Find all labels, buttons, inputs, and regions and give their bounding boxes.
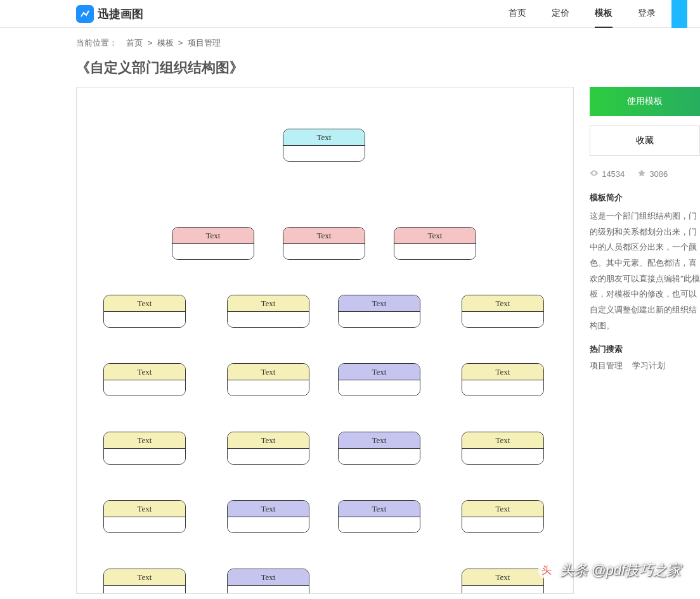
connector — [324, 160, 325, 202]
node-label: Text — [462, 295, 543, 312]
node-label: Text — [339, 364, 420, 380]
nav-templates[interactable]: 模板 — [595, 0, 612, 28]
org-node[interactable]: Text — [338, 500, 420, 533]
node-label: Text — [104, 364, 185, 380]
connector — [435, 202, 436, 227]
nav: 首页 定价 模板 登录 — [509, 0, 656, 28]
connector — [213, 202, 214, 227]
node-label: Text — [339, 501, 420, 517]
stars-stat: 3086 — [637, 169, 668, 179]
org-node[interactable]: Text — [103, 500, 186, 533]
node-label: Text — [462, 501, 543, 517]
node-label: Text — [462, 432, 543, 449]
node-label: Text — [339, 432, 420, 449]
org-node[interactable]: Text — [103, 569, 186, 594]
use-template-button[interactable]: 使用模板 — [590, 87, 700, 116]
hot-search: 热门搜索 项目管理 学习计划 — [590, 344, 700, 371]
org-node[interactable]: Text — [338, 295, 420, 328]
stats: 14534 3086 — [590, 165, 700, 183]
diagram-panel: Text Text Text Text Text Text Text Text … — [76, 87, 574, 594]
favorite-button[interactable]: 收藏 — [590, 126, 700, 156]
breadcrumb-category: 项目管理 — [188, 38, 221, 48]
org-node[interactable]: Text — [227, 363, 309, 396]
connector — [213, 262, 214, 591]
intro-description: 这是一个部门组织结构图，门的级别和关系都划分出来，门中的人员都区分出来，一个颜色… — [590, 209, 700, 334]
org-node[interactable]: Text — [462, 569, 544, 594]
node-label: Text — [228, 295, 309, 312]
org-node[interactable]: Text — [462, 295, 544, 328]
nav-login[interactable]: 登录 — [638, 0, 656, 28]
org-node[interactable]: Text — [103, 363, 186, 396]
org-node[interactable]: Text — [227, 295, 309, 328]
node-label: Text — [104, 569, 185, 586]
hot-title: 热门搜索 — [590, 344, 700, 355]
connector — [324, 262, 325, 591]
org-node[interactable]: Text — [103, 432, 186, 465]
org-node-l2-2[interactable]: Text — [394, 227, 476, 260]
org-node-l2-1[interactable]: Text — [283, 227, 365, 260]
logo[interactable]: 迅捷画图 — [76, 5, 143, 23]
logo-text: 迅捷画图 — [98, 6, 143, 22]
eye-icon — [590, 169, 599, 179]
nav-home[interactable]: 首页 — [509, 0, 526, 28]
org-node-l2-0[interactable]: Text — [172, 227, 254, 260]
node-label: Text — [172, 228, 254, 244]
node-label: Text — [339, 295, 420, 312]
node-label: Text — [104, 295, 185, 312]
page-title: 《自定义部门组织结构图》 — [0, 58, 700, 87]
hot-tags: 项目管理 学习计划 — [590, 360, 700, 371]
views-count: 14534 — [602, 169, 625, 179]
intro-title: 模板简介 — [590, 192, 700, 203]
breadcrumb: 当前位置： 首页 > 模板 > 项目管理 — [0, 28, 700, 58]
org-node[interactable]: Text — [227, 432, 309, 465]
node-label: Text — [462, 569, 543, 586]
hot-tag[interactable]: 项目管理 — [590, 360, 623, 371]
node-label: Text — [462, 364, 543, 380]
org-node[interactable]: Text — [462, 432, 544, 465]
breadcrumb-label: 当前位置： — [76, 38, 117, 48]
hot-tag[interactable]: 学习计划 — [632, 360, 665, 371]
breadcrumb-templates[interactable]: 模板 — [157, 38, 174, 48]
watermark: 头 头条 @pdf技巧之家 — [538, 561, 681, 580]
org-node[interactable]: Text — [338, 363, 420, 396]
node-label: Text — [283, 129, 365, 146]
connector — [324, 202, 325, 227]
watermark-text: 头条 @pdf技巧之家 — [560, 561, 681, 580]
breadcrumb-home[interactable]: 首页 — [126, 38, 143, 48]
content-area: Text Text Text Text Text Text Text Text … — [0, 87, 700, 594]
org-node-root[interactable]: Text — [283, 129, 365, 162]
node-label: Text — [228, 432, 309, 449]
sidebar: 使用模板 收藏 14534 3086 模板简介 这是一个部门组织结构图，门的级别… — [590, 87, 700, 594]
node-label: Text — [104, 432, 185, 449]
node-label: Text — [283, 228, 365, 244]
nav-pricing[interactable]: 定价 — [552, 0, 569, 28]
node-label: Text — [228, 364, 309, 380]
org-node[interactable]: Text — [462, 363, 544, 396]
node-label: Text — [228, 569, 309, 586]
org-node[interactable]: Text — [338, 432, 420, 465]
node-label: Text — [394, 228, 476, 244]
watermark-icon: 头 — [538, 562, 555, 579]
stars-count: 3086 — [649, 169, 668, 179]
connector — [435, 262, 436, 541]
org-node[interactable]: Text — [462, 500, 544, 533]
views-stat: 14534 — [590, 169, 625, 179]
org-node[interactable]: Text — [103, 295, 186, 328]
org-node[interactable]: Text — [227, 569, 309, 594]
connector — [435, 538, 436, 585]
connector — [213, 202, 435, 202]
node-label: Text — [104, 501, 185, 517]
nav-cta-button[interactable] — [671, 0, 687, 28]
node-label: Text — [228, 501, 309, 517]
star-icon — [637, 169, 646, 179]
logo-icon — [76, 5, 94, 23]
header: 迅捷画图 首页 定价 模板 登录 — [0, 0, 700, 28]
org-node[interactable]: Text — [227, 500, 309, 533]
template-intro: 模板简介 这是一个部门组织结构图，门的级别和关系都划分出来，门中的人员都区分出来… — [590, 192, 700, 334]
